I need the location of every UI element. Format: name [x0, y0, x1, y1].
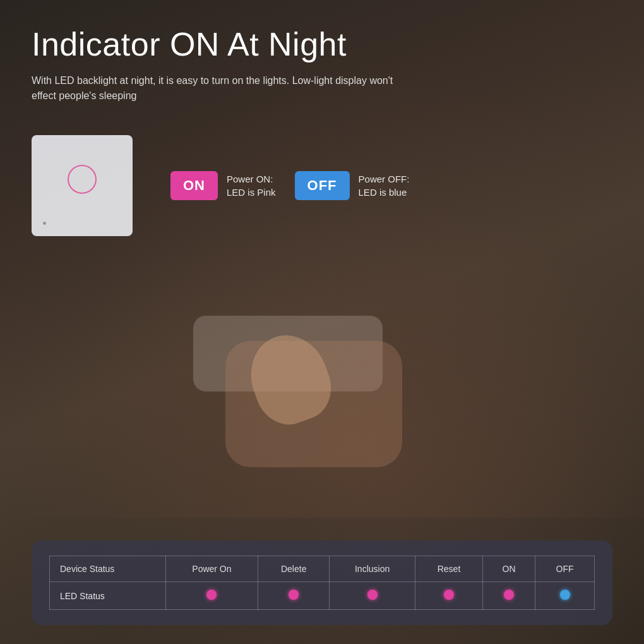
- led-inclusion: [330, 582, 415, 610]
- switch-circle-indicator: [68, 165, 97, 194]
- col-header-power-on: Power On: [165, 556, 258, 582]
- col-header-on: ON: [483, 556, 535, 582]
- power-on-label: Power ON: LED is Pink: [227, 172, 276, 199]
- table-row-led-status: LED Status: [50, 582, 595, 610]
- indicator-section: ON Power ON: LED is Pink OFF Power OFF: …: [32, 135, 612, 236]
- led-reset: [415, 582, 483, 610]
- col-header-off: OFF: [535, 556, 595, 582]
- led-dot-power-on: [206, 590, 217, 600]
- status-table-container: Device Status Power On Delete Inclusion …: [32, 540, 612, 625]
- power-on-badge-group: ON Power ON: LED is Pink: [170, 171, 276, 200]
- col-header-device-status: Device Status: [50, 556, 166, 582]
- led-status-table: Device Status Power On Delete Inclusion …: [49, 556, 595, 610]
- table-header-row: Device Status Power On Delete Inclusion …: [50, 556, 595, 582]
- col-header-delete: Delete: [258, 556, 330, 582]
- switch-panel: [32, 135, 133, 236]
- power-off-badge-group: OFF Power OFF: LED is blue: [295, 171, 410, 200]
- main-content: Indicator ON At Night With LED backlight…: [0, 0, 644, 280]
- switch-dot: [43, 222, 46, 225]
- led-on: [483, 582, 535, 610]
- led-delete: [258, 582, 330, 610]
- led-power-on: [165, 582, 258, 610]
- led-dot-delete: [289, 590, 299, 600]
- sleeping-person-figure: [0, 265, 644, 518]
- col-header-reset: Reset: [415, 556, 483, 582]
- led-off: [535, 582, 595, 610]
- power-on-badge: ON: [170, 171, 218, 200]
- led-dot-off: [560, 590, 570, 600]
- led-dot-inclusion: [367, 590, 378, 600]
- page-title: Indicator ON At Night: [32, 25, 612, 63]
- col-header-inclusion: Inclusion: [330, 556, 415, 582]
- page-subtitle: With LED backlight at night, it is easy …: [32, 73, 410, 104]
- led-status-label: LED Status: [50, 582, 166, 610]
- badges-section: ON Power ON: LED is Pink OFF Power OFF: …: [170, 171, 409, 200]
- power-off-badge: OFF: [295, 171, 350, 200]
- led-dot-on: [504, 590, 514, 600]
- led-dot-reset: [444, 590, 454, 600]
- power-off-label: Power OFF: LED is blue: [359, 172, 410, 199]
